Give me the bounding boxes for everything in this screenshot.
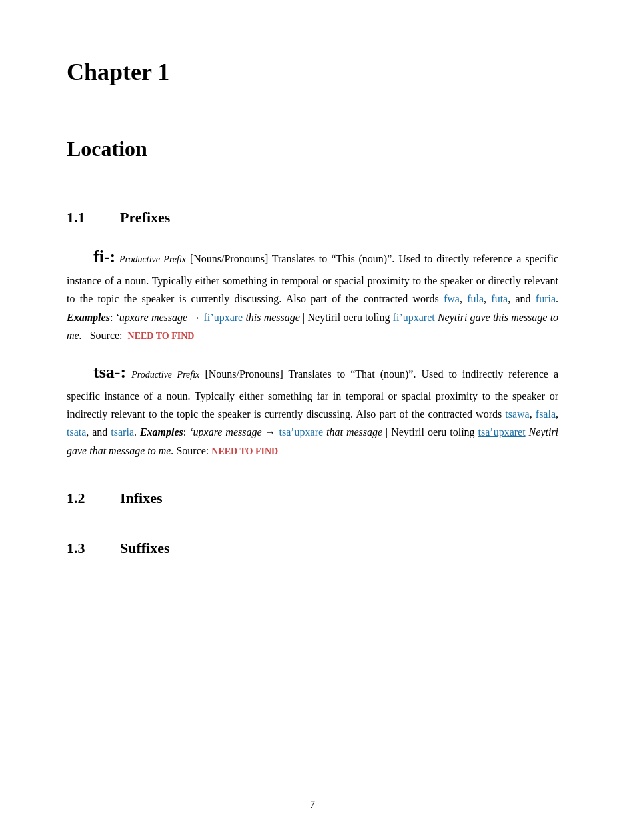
section-title: Location bbox=[67, 132, 558, 166]
entry-tsa-arrow: → bbox=[265, 426, 279, 438]
link-fsala[interactable]: fsala bbox=[536, 408, 556, 420]
subsection-number-1-1: 1.1 bbox=[67, 206, 107, 229]
need-to-find-tsa: NEED TO FIND bbox=[211, 446, 278, 456]
chapter-title: Chapter 1 bbox=[67, 53, 558, 92]
page-number: 7 bbox=[0, 796, 625, 813]
need-to-find-fi: NEED TO FIND bbox=[128, 331, 195, 341]
subsection-title-1-3: Suffixes bbox=[120, 536, 170, 560]
link-tsaupxare[interactable]: tsa’upxare bbox=[279, 426, 323, 438]
entry-fi-example1-pre: ‘upxare bbox=[116, 312, 149, 323]
subsection-heading-1-3: 1.3 Suffixes bbox=[67, 536, 558, 560]
subsection-1-3: 1.3 Suffixes bbox=[67, 536, 558, 560]
link-tsaupxaret[interactable]: tsa’upxaret bbox=[478, 426, 526, 438]
entry-fi-key: fi-: bbox=[93, 247, 115, 266]
subsection-title-1-2: Infixes bbox=[120, 486, 163, 510]
link-fula[interactable]: fula bbox=[467, 293, 484, 304]
entry-tsa-example1-italic: message bbox=[225, 426, 261, 438]
subsection-1-2: 1.2 Infixes bbox=[67, 486, 558, 510]
page: Chapter 1 Location 1.1 Prefixes fi-: Pro… bbox=[0, 0, 625, 840]
subsection-1-1: 1.1 Prefixes fi-: Productive Prefix [Nou… bbox=[67, 206, 558, 460]
entry-fi-arrow: → bbox=[190, 312, 203, 323]
subsection-number-1-3: 1.3 bbox=[67, 536, 107, 560]
subsection-heading-1-2: 1.2 Infixes bbox=[67, 486, 558, 510]
entry-tsa-post-italic: that message bbox=[326, 426, 382, 438]
subsection-number-1-2: 1.2 bbox=[67, 486, 107, 510]
entry-fi-paragraph: fi-: Productive Prefix [Nouns/Pronouns] … bbox=[67, 242, 558, 344]
entry-tsa-example1-pre: ‘upxare bbox=[189, 426, 222, 438]
entry-fi-example1-italic: message bbox=[151, 312, 187, 323]
link-furia[interactable]: furia bbox=[536, 293, 556, 304]
entry-tsa-label: Productive Prefix bbox=[131, 370, 199, 380]
link-futa[interactable]: futa bbox=[491, 293, 508, 304]
subsection-heading-1-1: 1.1 Prefixes bbox=[67, 206, 558, 229]
entry-fi-examples-label: Examples bbox=[67, 312, 110, 323]
link-fiupxaret[interactable]: fi’upxaret bbox=[393, 312, 435, 323]
link-fwa[interactable]: fwa bbox=[444, 293, 460, 304]
entry-tsa-paragraph: tsa-: Productive Prefix [Nouns/Pronouns]… bbox=[67, 358, 558, 460]
link-fiupxare[interactable]: fi’upxare bbox=[204, 312, 243, 323]
link-tsata[interactable]: tsata bbox=[67, 426, 86, 438]
link-tsaria[interactable]: tsaria bbox=[111, 426, 134, 438]
link-tsawa[interactable]: tsawa bbox=[505, 408, 529, 420]
subsection-title-1-1: Prefixes bbox=[120, 206, 170, 229]
entry-fi-label: Productive Prefix bbox=[119, 254, 186, 264]
entry-tsa: tsa-: Productive Prefix [Nouns/Pronouns]… bbox=[67, 358, 558, 460]
entry-fi-post-italic: this message bbox=[245, 312, 300, 323]
entry-fi: fi-: Productive Prefix [Nouns/Pronouns] … bbox=[67, 242, 558, 344]
entry-tsa-examples-label: Examples bbox=[140, 426, 183, 438]
entry-tsa-key: tsa-: bbox=[93, 362, 126, 382]
